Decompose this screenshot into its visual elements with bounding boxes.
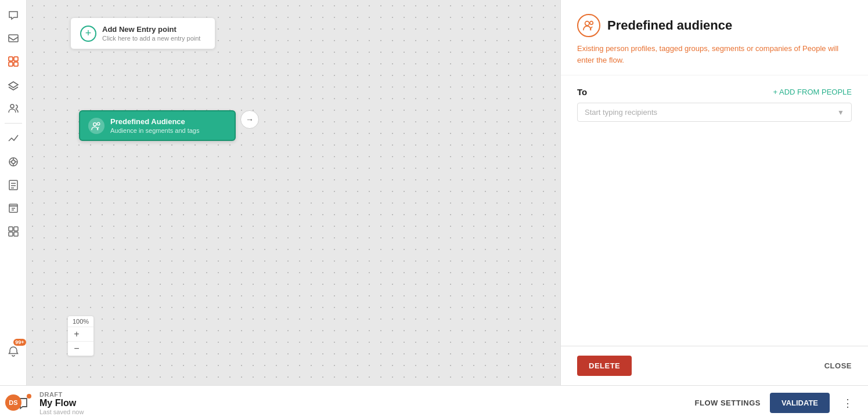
panel-description: Existing person profiles, tagged groups,… [577,43,852,66]
zoom-in-button[interactable]: + [68,327,85,341]
svg-point-23 [93,122,96,125]
audience-node-icon [88,118,105,134]
to-label: To [577,87,587,97]
svg-rect-20 [14,227,18,231]
zoom-controls: 100% + − [67,316,94,356]
recipients-placeholder: Start typing recipients [585,108,657,117]
sidebar-item-templates[interactable] [3,198,24,219]
sidebar-item-inbox[interactable] [3,28,24,49]
sidebar: DS 99+ [0,0,27,385]
zoom-level: 100% [68,316,93,327]
desc-part1: Existing person profiles, tagged groups,… [577,44,802,53]
to-row: To + ADD FROM PEOPLE [577,87,852,97]
flow-saved: Last saved now [39,408,688,415]
flow-status: DRAFT [39,391,688,398]
sidebar-item-layers[interactable] [3,74,24,95]
audience-node-subtitle: Audience in segments and tags [110,127,200,134]
svg-rect-16 [9,206,17,212]
flow-settings-button[interactable]: FLOW SETTINGS [695,399,761,407]
svg-rect-3 [9,62,13,66]
sidebar-item-grid[interactable] [3,221,24,242]
svg-rect-4 [14,62,18,66]
desc-highlight: People [802,44,826,53]
add-from-people-button[interactable]: + ADD FROM PEOPLE [773,88,852,96]
sidebar-item-notes[interactable] [3,175,24,195]
node-arrow-button[interactable]: → [240,110,259,129]
canvas[interactable]: + Add New Entry point Click here to add … [27,0,560,385]
svg-rect-21 [9,232,13,236]
flow-name: My Flow [39,398,688,408]
predefined-audience-node[interactable]: Predefined Audience Audience in segments… [79,110,236,141]
audience-node-text: Predefined Audience Audience in segments… [110,117,200,134]
delete-button[interactable]: DELETE [577,356,632,376]
svg-rect-19 [9,227,13,231]
panel-header: Predefined audience Existing person prof… [561,0,868,75]
recipients-input[interactable]: Start typing recipients ▼ [577,103,852,122]
flow-info: DRAFT My Flow Last saved now [39,391,688,415]
sidebar-item-chat[interactable] [3,5,24,26]
recipients-chevron-icon: ▼ [837,108,844,117]
zoom-out-button[interactable]: − [68,342,85,356]
svg-rect-1 [9,57,13,61]
notification-badge: 99+ [13,339,26,346]
notification-bell[interactable]: 99+ [3,341,24,362]
svg-point-7 [12,160,15,164]
sidebar-item-people[interactable] [3,97,24,118]
add-entry-title: Add New Entry point [102,25,200,34]
validate-button[interactable]: VALIDATE [770,393,830,413]
add-entry-point-card[interactable]: + Add New Entry point Click here to add … [70,17,215,49]
bottom-bar: DRAFT My Flow Last saved now FLOW SETTIN… [0,385,868,420]
sidebar-item-reports[interactable] [3,128,24,149]
panel-footer: DELETE CLOSE [561,346,868,385]
close-button[interactable]: CLOSE [824,361,852,370]
svg-point-26 [590,21,593,25]
sidebar-divider-1 [5,123,22,124]
sidebar-item-flows[interactable] [3,51,24,72]
add-entry-text: Add New Entry point Click here to add a … [102,25,200,42]
svg-point-5 [10,104,14,108]
bottom-right: FLOW SETTINGS VALIDATE ⋮ [695,393,856,413]
add-entry-subtitle: Click here to add a new entry point [102,35,200,42]
svg-rect-22 [14,232,18,236]
svg-rect-2 [14,57,18,61]
chat-notification-dot [27,394,31,399]
panel-title: Predefined audience [607,18,732,33]
panel-icon [577,14,600,37]
svg-point-25 [585,21,589,26]
audience-node-title: Predefined Audience [110,117,200,126]
right-panel: Predefined audience Existing person prof… [560,0,868,385]
svg-point-24 [97,122,100,125]
sidebar-item-segments[interactable] [3,151,24,172]
panel-body: To + ADD FROM PEOPLE Start typing recipi… [561,75,868,346]
add-entry-plus-icon: + [80,26,96,42]
panel-title-row: Predefined audience [577,14,852,37]
more-options-button[interactable]: ⋮ [839,394,856,412]
